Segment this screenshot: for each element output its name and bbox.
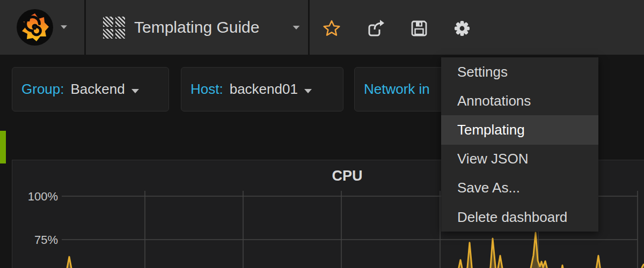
menu-item-delete-dashboard[interactable]: Delete dashboard xyxy=(441,203,598,232)
save-icon xyxy=(409,19,429,38)
menu-item-settings[interactable]: Settings xyxy=(441,57,598,86)
share-icon xyxy=(367,19,386,38)
menu-item-view-json[interactable]: View JSON xyxy=(441,145,598,174)
top-navbar: Templating Guide xyxy=(0,0,644,55)
share-button[interactable] xyxy=(367,19,386,38)
menu-item-annotations[interactable]: Annotations xyxy=(441,86,598,115)
variable-label: Host: xyxy=(191,81,223,98)
y-axis-label-75: 75% xyxy=(16,233,58,247)
grafana-logo-icon xyxy=(16,9,54,46)
gear-icon xyxy=(452,19,472,38)
grafana-logo-button[interactable] xyxy=(0,0,84,55)
chevron-down-icon xyxy=(131,89,139,93)
y-axis-label-100: 100% xyxy=(16,190,58,204)
navbar-divider xyxy=(308,0,310,55)
row-menu-tab[interactable] xyxy=(0,131,6,163)
variable-value: Backend xyxy=(71,81,125,98)
chevron-down-icon xyxy=(293,26,300,29)
chevron-down-icon xyxy=(61,25,67,29)
menu-item-save-as[interactable]: Save As... xyxy=(441,174,598,203)
variable-dropdown-group[interactable]: Group: Backend xyxy=(12,67,169,111)
dashboard-grid-icon xyxy=(103,17,125,39)
save-button[interactable] xyxy=(409,19,429,38)
settings-button[interactable] xyxy=(452,19,472,38)
dashboard-settings-menu: Settings Annotations Templating View JSO… xyxy=(441,57,598,232)
star-button[interactable] xyxy=(322,19,341,38)
variable-label: Group: xyxy=(21,81,64,98)
variable-value: backend01 xyxy=(230,81,298,98)
panel-title[interactable]: CPU xyxy=(294,168,401,184)
variable-dropdown-host[interactable]: Host: backend01 xyxy=(181,67,343,111)
menu-item-templating[interactable]: Templating xyxy=(441,115,598,144)
dashboard-title: Templating Guide xyxy=(134,0,259,55)
variable-label: Network in xyxy=(364,81,430,98)
dashboard-picker[interactable]: Templating Guide xyxy=(86,0,308,55)
star-icon xyxy=(322,19,341,38)
chevron-down-icon xyxy=(304,89,312,93)
